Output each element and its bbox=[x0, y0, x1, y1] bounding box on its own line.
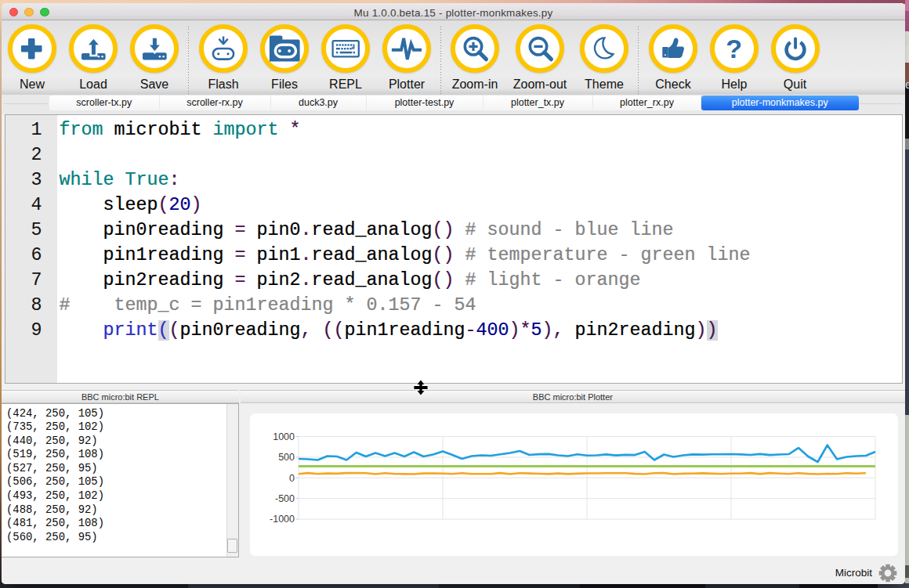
svg-text:1000: 1000 bbox=[273, 431, 295, 442]
svg-text:-500: -500 bbox=[274, 493, 294, 504]
svg-text:500: 500 bbox=[278, 452, 295, 463]
svg-text:0: 0 bbox=[289, 473, 295, 484]
svg-text:-1000: -1000 bbox=[270, 514, 295, 525]
svg-text:?: ? bbox=[726, 34, 742, 63]
